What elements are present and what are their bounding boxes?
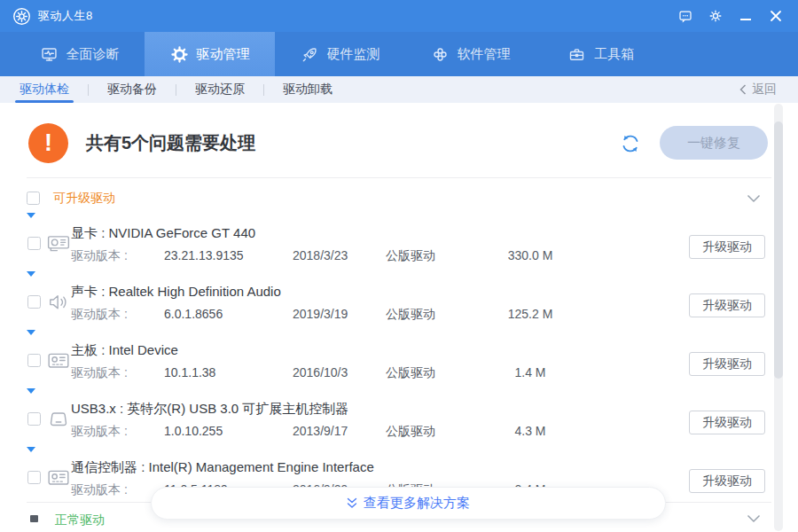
subtab-driver-checkup[interactable]: 驱动体检 xyxy=(18,76,71,103)
app-title: 驱动人生8 xyxy=(38,8,93,24)
sub-nav: 驱动体检 驱动备份 驱动还原 驱动卸载 返回 xyxy=(0,76,798,103)
tab-label: 软件管理 xyxy=(458,46,511,63)
chevron-down-icon[interactable] xyxy=(747,514,761,523)
speaker-icon xyxy=(47,293,70,312)
rocket-icon xyxy=(301,45,319,64)
upgrade-driver-button[interactable]: 升级驱动 xyxy=(689,293,765,317)
driver-checkbox[interactable] xyxy=(27,354,41,367)
driver-row-audio: 声卡 : Realtek High Definition Audio 驱动版本 … xyxy=(27,277,771,335)
tab-label: 全面诊断 xyxy=(66,46,120,63)
section-checkbox[interactable] xyxy=(27,192,40,205)
driver-title: 主板 : Intel Device xyxy=(71,342,178,359)
upgrade-driver-button[interactable]: 升级驱动 xyxy=(689,411,765,434)
tab-software-management[interactable]: 软件管理 xyxy=(405,32,536,76)
tab-label: 硬件监测 xyxy=(327,46,380,63)
titlebar: 驱动人生8 xyxy=(0,0,798,32)
driver-checkbox[interactable] xyxy=(27,412,41,426)
driver-version: 6.0.1.8656 xyxy=(164,307,223,321)
driver-checkbox[interactable] xyxy=(27,471,41,484)
driver-checkbox[interactable] xyxy=(27,237,41,250)
driver-title: 显卡 : NVIDIA GeForce GT 440 xyxy=(71,225,255,242)
scrollbar-track[interactable] xyxy=(774,104,783,531)
subtab-driver-backup[interactable]: 驱动备份 xyxy=(106,76,159,103)
driver-version: 23.21.13.9135 xyxy=(164,248,244,262)
driver-size: 4.3 M xyxy=(486,424,575,438)
normal-section-label: 正常驱动 xyxy=(55,512,105,528)
chevron-down-icon[interactable] xyxy=(747,194,761,203)
alert-icon: ! xyxy=(28,123,68,163)
version-dropdown-caret-icon[interactable] xyxy=(27,330,35,350)
upgradable-section-header: 可升级驱动 xyxy=(27,177,771,218)
double-chevron-down-icon xyxy=(347,497,357,509)
tab-driver-management[interactable]: 驱动管理 xyxy=(145,32,275,76)
subtab-driver-uninstall[interactable]: 驱动卸载 xyxy=(281,76,334,103)
upgrade-driver-button[interactable]: 升级驱动 xyxy=(689,352,765,376)
driver-channel: 公版驱动 xyxy=(386,307,435,323)
motherboard-icon xyxy=(47,468,70,488)
version-dropdown-caret-icon[interactable] xyxy=(27,447,35,467)
chevron-left-icon xyxy=(739,84,747,95)
gear-icon xyxy=(170,45,189,64)
app-logo-icon xyxy=(12,7,31,26)
version-dropdown-caret-icon[interactable] xyxy=(27,213,35,233)
problem-count-title: 共有5个问题需要处理 xyxy=(86,131,255,155)
divider xyxy=(88,84,89,96)
version-label: 驱动版本 : xyxy=(71,424,128,440)
driver-title: 声卡 : Realtek High Definition Audio xyxy=(71,284,281,301)
app-window: 驱动人生8 xyxy=(0,0,798,532)
driver-row-gpu: 显卡 : NVIDIA GeForce GT 440 驱动版本 : 23.21.… xyxy=(27,218,771,277)
driver-channel: 公版驱动 xyxy=(386,248,435,264)
more-solutions-label: 查看更多解决方案 xyxy=(364,495,470,512)
version-dropdown-caret-icon[interactable] xyxy=(27,388,35,409)
motherboard-icon xyxy=(47,351,70,371)
driver-channel: 公版驱动 xyxy=(386,365,435,381)
driver-checkbox[interactable] xyxy=(27,295,41,309)
close-icon[interactable] xyxy=(768,8,784,24)
back-button[interactable]: 返回 xyxy=(739,82,777,98)
divider xyxy=(176,84,176,96)
driver-channel: 公版驱动 xyxy=(386,424,435,440)
one-click-fix-button[interactable]: 一键修复 xyxy=(660,126,768,160)
clover-circles-icon xyxy=(431,45,450,64)
tab-hardware-monitor[interactable]: 硬件监测 xyxy=(275,32,405,76)
summary-banner: ! 共有5个问题需要处理 一键修复 xyxy=(0,103,798,177)
driver-size: 330.0 M xyxy=(486,248,575,262)
version-dropdown-caret-icon[interactable] xyxy=(27,271,35,292)
more-solutions-button[interactable]: 查看更多解决方案 xyxy=(151,487,666,520)
driver-row-usb: USB3.x : 英特尔(R) USB 3.0 可扩展主机控制器 驱动版本 : … xyxy=(27,394,771,452)
driver-date: 2013/9/17 xyxy=(293,424,348,438)
tab-label: 驱动管理 xyxy=(197,46,250,63)
upgradable-section-label: 可升级驱动 xyxy=(53,191,115,207)
monitor-diagnosis-icon xyxy=(40,45,59,64)
subtab-driver-restore[interactable]: 驱动还原 xyxy=(193,76,246,103)
driver-size: 125.2 M xyxy=(486,307,575,321)
driver-title: 通信控制器 : Intel(R) Management Engine Inter… xyxy=(71,459,374,476)
message-icon[interactable] xyxy=(677,8,693,24)
content-area: ! 共有5个问题需要处理 一键修复 可升级驱动 xyxy=(0,103,798,532)
version-label: 驱动版本 : xyxy=(71,365,128,381)
usb-drive-icon xyxy=(47,410,70,429)
tab-full-diagnosis[interactable]: 全面诊断 xyxy=(14,32,145,76)
driver-row-motherboard: 主板 : Intel Device 驱动版本 : 10.1.1.38 2016/… xyxy=(27,335,771,394)
toolbox-icon xyxy=(567,45,586,64)
section-checkbox[interactable] xyxy=(30,515,38,522)
upgrade-driver-button[interactable]: 升级驱动 xyxy=(689,469,765,493)
refresh-icon[interactable] xyxy=(619,132,642,155)
version-label: 驱动版本 : xyxy=(71,248,128,264)
settings-gear-icon[interactable] xyxy=(708,8,724,24)
driver-date: 2016/10/3 xyxy=(293,365,348,379)
driver-date: 2019/3/19 xyxy=(293,307,348,321)
version-label: 驱动版本 : xyxy=(71,307,128,323)
driver-date: 2018/3/23 xyxy=(293,248,348,262)
tab-toolbox[interactable]: 工具箱 xyxy=(536,32,666,76)
driver-version: 1.0.10.255 xyxy=(164,424,223,438)
gpu-card-icon xyxy=(47,234,70,254)
divider xyxy=(263,84,264,96)
driver-version: 10.1.1.38 xyxy=(164,365,215,379)
version-label: 驱动版本 : xyxy=(71,482,128,498)
upgrade-driver-button[interactable]: 升级驱动 xyxy=(689,235,765,259)
driver-title: USB3.x : 英特尔(R) USB 3.0 可扩展主机控制器 xyxy=(71,401,348,418)
tab-label: 工具箱 xyxy=(594,46,634,63)
scrollbar-thumb[interactable] xyxy=(774,121,783,379)
minimize-icon[interactable] xyxy=(738,8,754,24)
